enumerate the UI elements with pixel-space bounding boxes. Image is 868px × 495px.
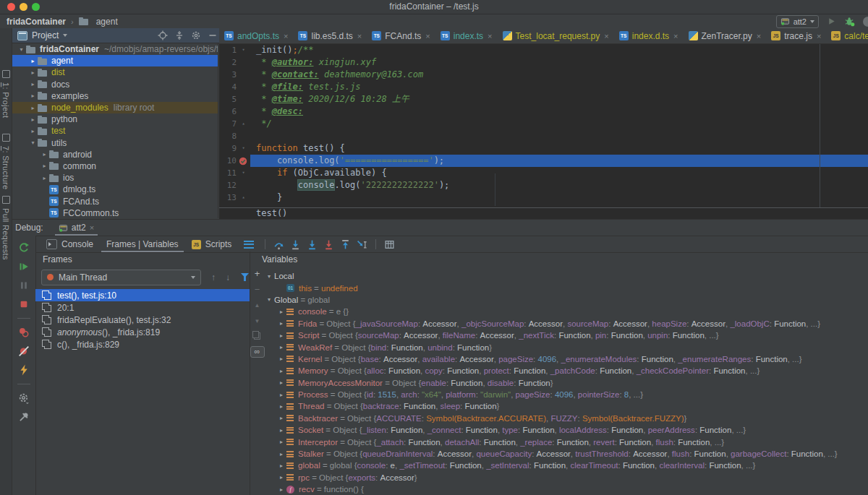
editor-gutter[interactable]: 13▴ [219,191,250,204]
project-tree-row[interactable]: ▸dist [12,66,218,78]
editor-tab[interactable]: TSandOpts.ts× [219,28,293,43]
chevron-collapsed-icon[interactable]: ▸ [276,309,286,315]
stop-icon[interactable] [18,298,30,310]
pause-icon[interactable] [18,280,30,291]
force-step-into-icon[interactable] [307,238,318,250]
close-icon[interactable]: × [90,223,94,232]
editor-tab[interactable]: JStrace.js× [766,28,826,43]
variable-row[interactable]: ▸Script = Object {sourceMap: Accessor, f… [276,330,868,341]
smart-step-into-icon[interactable] [323,238,335,250]
debug-tab-console[interactable]: Console [40,236,100,252]
fold-marker-icon[interactable]: ▾ [237,142,250,155]
pin-icon[interactable] [18,411,30,423]
editor-tab[interactable]: JScalc/test.js× [826,28,868,43]
down-arrow-icon[interactable]: ↓ [226,272,230,283]
frame-row[interactable]: fridaReplEvaluate(), test.js:32 [35,314,250,326]
editor-gutter[interactable]: 8 [219,130,250,142]
chevron-expanded-icon[interactable]: ▾ [17,46,26,53]
duplicate-icon[interactable] [254,332,260,340]
chevron-collapsed-icon[interactable]: ▸ [40,163,49,169]
variable-row[interactable]: ▸rpc = Object {exports: Accessor} [276,472,868,483]
chevron-collapsed-icon[interactable]: ▸ [276,486,286,493]
mute-breakpoints-icon[interactable] [18,345,30,357]
editor-gutter[interactable]: 11▾ [219,167,250,179]
project-tree-row[interactable]: ▸test [12,125,218,137]
editor-tab[interactable]: TSlib.es5.d.ts× [293,28,367,43]
debug-session-tab[interactable]: att2 × [54,220,99,236]
chevron-expanded-icon[interactable]: ▾ [264,273,274,280]
editor-tab[interactable]: ZenTracer.py× [684,28,767,43]
project-tree-row[interactable]: TSFCCommon.ts [12,207,218,218]
filter-funnel-icon[interactable] [241,273,249,281]
show-watches-icon[interactable]: ∞ [250,346,265,358]
variable-row[interactable]: ▸Frida = Object {_javaSourceMap: Accesso… [276,318,868,330]
project-tree-row[interactable]: TSFCAnd.ts [12,195,218,207]
fold-marker-icon[interactable]: ▴ [237,191,250,204]
project-tool-window-header[interactable]: Project [12,28,224,43]
step-into-icon[interactable] [290,238,302,250]
sidebar-item-pull-requests[interactable]: Pull Requests [0,196,12,260]
settings-gear-icon[interactable] [18,392,30,404]
project-tree-row[interactable]: ▸agent [12,55,218,66]
debug-tab-frames---variables[interactable]: Frames | Variables [100,236,185,252]
editor-gutter[interactable]: 2 [219,56,250,69]
project-tree-row[interactable]: ▸python [12,113,218,125]
editor-gutter[interactable]: 3 [219,69,250,81]
variable-row[interactable]: ▸Interceptor = Object {_attach: Function… [276,436,868,447]
chevron-collapsed-icon[interactable]: ▸ [276,332,286,339]
editor-gutter[interactable]: 4 [219,81,250,93]
project-tree-row[interactable]: TSdmlog.ts [12,184,218,195]
move-up-icon[interactable]: ▲ [255,301,260,310]
chevron-collapsed-icon[interactable]: ▸ [28,69,38,76]
chevron-collapsed-icon[interactable]: ▸ [40,151,49,158]
variable-row[interactable]: 01this = undefined [276,282,868,293]
editor-gutter[interactable]: 12 [219,179,250,191]
close-icon[interactable]: × [488,32,492,40]
up-arrow-icon[interactable]: ↑ [211,272,216,283]
editor-tab[interactable]: Test_locat_request.py× [498,28,614,43]
close-icon[interactable]: × [673,32,678,40]
variable-row[interactable]: ▸global = global {console: e, _setTimeou… [276,460,868,471]
view-options-icon[interactable] [244,241,254,249]
chevron-collapsed-icon[interactable]: ▸ [28,81,38,87]
remove-watch-icon[interactable]: − [255,285,260,294]
hide-icon[interactable] [208,30,218,40]
variable-row[interactable]: ▸Backtracer = Object {ACCURATE: Symbol(B… [276,413,868,424]
chevron-collapsed-icon[interactable]: ▸ [28,116,38,123]
frame-row[interactable]: anonymous(), _frida.js:819 [35,326,250,338]
project-tree-row[interactable]: ▸node_moduleslibrary root [12,102,218,113]
variable-row[interactable]: ▸WeakRef = Object {bind: Function, unbin… [276,341,868,353]
editor-tab[interactable]: TSindex.d.ts× [614,28,684,43]
project-tree-row[interactable]: ▸examples [12,90,218,102]
settings-icon[interactable] [191,30,201,40]
close-icon[interactable]: × [757,32,761,40]
add-watch-icon[interactable]: + [255,269,260,278]
step-over-icon[interactable] [273,238,285,250]
frame-row[interactable]: 20:1 [35,301,250,314]
variable-row[interactable]: ▸console = e {} [276,306,868,317]
chevron-collapsed-icon[interactable]: ▸ [40,175,49,181]
view-breakpoints-icon[interactable] [18,327,30,338]
chevron-collapsed-icon[interactable]: ▸ [276,415,286,421]
step-out-icon[interactable] [340,238,352,250]
variable-row[interactable]: ▸Stalker = Object {queueDrainInterval: A… [276,448,868,460]
variable-row[interactable]: ▸frecv = function() { [276,483,868,495]
project-tree-row[interactable]: ▸common [12,160,218,172]
frame-row[interactable]: c(), _frida.js:829 [35,338,250,350]
variable-row[interactable]: ▸Socket = Object {_listen: Function, _co… [276,424,868,436]
close-icon[interactable]: × [817,32,821,40]
breadcrumb-root[interactable]: fridaContainer [7,17,66,27]
editor-tab[interactable]: TSFCAnd.ts× [367,28,435,43]
breakpoint-icon[interactable] [237,155,250,167]
layout-grid-icon[interactable] [384,238,396,250]
editor-gutter[interactable]: 10 [219,155,250,167]
close-icon[interactable]: × [425,32,430,40]
sidebar-item---structure[interactable]: 7: Structure [0,134,12,189]
variable-row[interactable]: ▾Global = global [264,294,868,306]
chevron-collapsed-icon[interactable]: ▸ [28,128,38,134]
variable-row[interactable]: ▸Memory = Object {alloc: Function, copy:… [276,365,868,376]
editor-gutter[interactable]: 5 [219,93,250,106]
project-tree-row[interactable]: ▾fridaContainer~/dmobjs/amap-reverse/obj… [12,43,218,55]
move-down-icon[interactable]: ▼ [255,317,260,326]
project-tree-row[interactable]: ▸docs [12,79,218,90]
